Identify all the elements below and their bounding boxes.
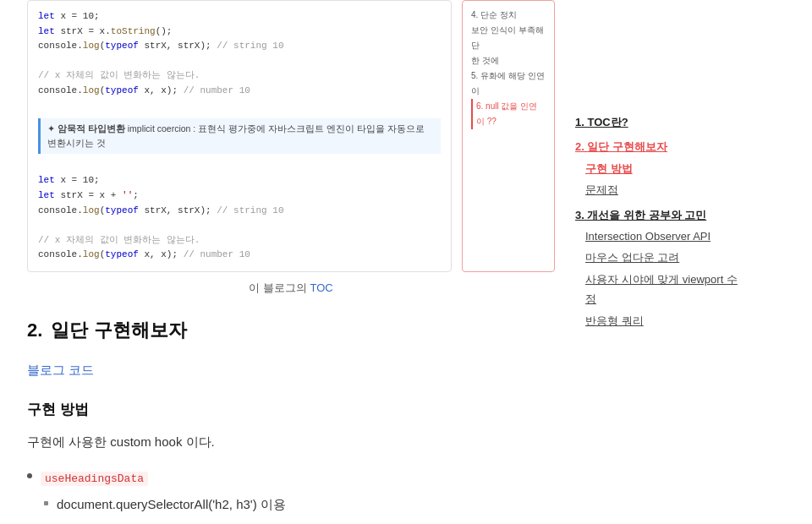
toc-item-2-2[interactable]: 문제점 — [575, 179, 748, 200]
code-line-5: let x = 10; — [38, 173, 441, 188]
bullet-square-1 — [44, 501, 48, 505]
code-line-6: let strX = x + ''; — [38, 188, 441, 204]
toc-caption-link[interactable]: TOC — [310, 281, 333, 294]
code-line-2: let strX = x.toString(); — [38, 25, 441, 40]
toc-item-3-2[interactable]: 마우스 업다운 고려 — [575, 247, 748, 268]
toc-thumb-item-3: 한 것에 — [471, 53, 546, 68]
toc-item-3-1[interactable]: Intersection Observer API — [575, 226, 748, 247]
code-preview: let x = 10; let strX = x.toString(); con… — [27, 0, 452, 272]
bullet-item-1-code: useHeadingsData — [41, 467, 148, 489]
bullet-sub-1-text: document.querySelectorAll('h2, h3') 이용 — [57, 494, 286, 516]
blog-code-link[interactable]: 블로그 코드 — [27, 359, 94, 381]
toc-navigation: 1. TOC란? 2. 일단 구현해보자 구현 방법 문제점 3. 개선을 위한… — [575, 7, 748, 331]
code-line-3: console.log(typeof strX, strX); // strin… — [38, 39, 441, 54]
main-content: let x = 10; let strX = x.toString(); con… — [0, 0, 575, 524]
toc-thumb-item-4: 5. 유화에 해당 인연이 — [471, 68, 546, 99]
code-comment-2: // x 자체의 값이 변화하는 않는다. — [38, 233, 441, 248]
toc-thumb-item-2: 보안 인식이 부족해 단 — [471, 23, 546, 53]
toc-thumb-item-5: 6. null 값을 인연이 ?? — [471, 99, 546, 129]
sub-section-heading: 구현 방법 — [27, 398, 555, 423]
toc-item-3[interactable]: 3. 개선을 위한 공부와 고민 — [575, 205, 748, 226]
bullet-item-2: useIntersectionObserver — [27, 521, 555, 524]
intro-paragraph: 구현에 사용한 custom hook 이다. — [27, 431, 555, 453]
toc-item-3-4[interactable]: 반응형 쿼리 — [575, 310, 748, 331]
toc-preview-thumbnail: 4. 단순 정치 보안 인식이 부족해 단 한 것에 5. 유화에 해당 인연이… — [462, 0, 555, 272]
preview-section: let x = 10; let strX = x.toString(); con… — [27, 0, 555, 297]
bullet-item-1: useHeadingsData — [27, 467, 555, 489]
toc-thumb-item-1: 4. 단순 정치 — [471, 8, 546, 23]
bullet-sub-item-1: document.querySelectorAll('h2, h3') 이용 — [27, 494, 555, 516]
code-line-4: console.log(typeof x, x); // number 10 — [38, 84, 441, 99]
code-line-1: let x = 10; — [38, 9, 441, 25]
code-comment-1: // x 자체의 값이 변화하는 않는다. — [38, 68, 441, 84]
bullet-item-2-code: useIntersectionObserver — [41, 521, 200, 524]
note-block: ✦ 암묵적 타입변환 implicit coercion : 표현식 평가중에 … — [38, 118, 441, 154]
sidebar: 1. TOC란? 2. 일단 구현해보자 구현 방법 문제점 3. 개선을 위한… — [575, 0, 761, 524]
toc-item-2[interactable]: 2. 일단 구현해보자 — [575, 136, 748, 157]
bullet-dot-1 — [27, 473, 32, 478]
bullet-list: useHeadingsData document.querySelectorAl… — [27, 467, 555, 524]
toc-item-3-3[interactable]: 사용자 시야에 맞게 viewport 수정 — [575, 269, 748, 310]
code-line-8: console.log(typeof x, x); // number 10 — [38, 248, 441, 263]
toc-item-1[interactable]: 1. TOC란? — [575, 112, 748, 133]
section-heading: 2. 일단 구현해보자 — [27, 314, 555, 346]
preview-wrapper: let x = 10; let strX = x.toString(); con… — [27, 0, 555, 272]
preview-caption: 이 블로그의 TOC — [27, 279, 555, 297]
code-line-7: console.log(typeof strX, strX); // strin… — [38, 204, 441, 219]
toc-item-2-1[interactable]: 구현 방법 — [575, 158, 748, 179]
